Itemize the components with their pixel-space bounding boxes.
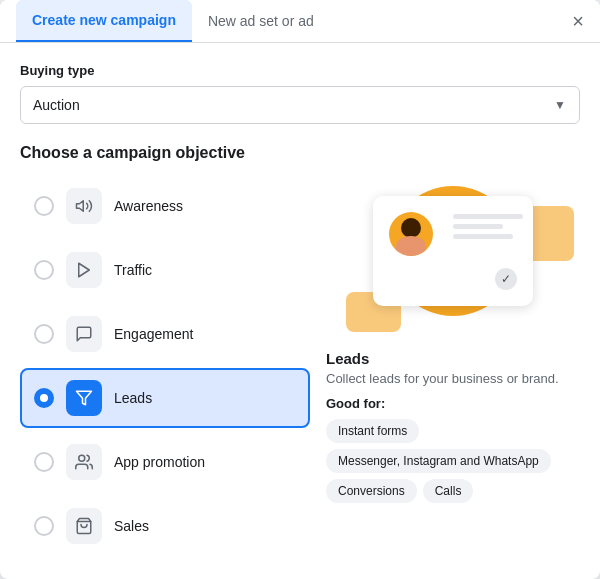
illus-line-3 [453, 234, 513, 239]
svg-marker-0 [77, 201, 84, 212]
radio-sales [34, 516, 54, 536]
sales-icon [66, 508, 102, 544]
tab-new-ad-set[interactable]: New ad set or ad [192, 1, 330, 41]
illus-line-2 [453, 224, 503, 229]
radio-engagement [34, 324, 54, 344]
good-for-tag: Conversions [326, 479, 417, 503]
illus-avatar [389, 212, 433, 256]
buying-type-label: Buying type [20, 63, 580, 78]
detail-description: Collect leads for your business or brand… [326, 371, 580, 386]
app-promotion-label: App promotion [114, 454, 205, 470]
objective-item-sales[interactable]: Sales [20, 496, 310, 556]
objective-item-leads[interactable]: Leads [20, 368, 310, 428]
radio-leads-inner [40, 394, 48, 402]
svg-marker-1 [77, 391, 92, 405]
tab-create-campaign[interactable]: Create new campaign [16, 0, 192, 42]
illus-card: ✓ [373, 196, 533, 306]
buying-type-select[interactable]: Auction Reach and frequency TRP buying [20, 86, 580, 124]
awareness-icon [66, 188, 102, 224]
tags-container: Instant formsMessenger, Instagram and Wh… [326, 419, 580, 503]
svg-point-2 [79, 455, 85, 461]
modal-header: Create new campaign New ad set or ad × [0, 0, 600, 43]
awareness-label: Awareness [114, 198, 183, 214]
engagement-icon [66, 316, 102, 352]
good-for-tag: Calls [423, 479, 474, 503]
traffic-icon [66, 252, 102, 288]
engagement-label: Engagement [114, 326, 193, 342]
good-for-tag: Instant forms [326, 419, 419, 443]
objective-item-traffic[interactable]: Traffic [20, 240, 310, 300]
good-for-tag: Messenger, Instagram and WhatsApp [326, 449, 551, 473]
leads-icon [66, 380, 102, 416]
leads-illustration: ✓ [326, 176, 580, 336]
detail-heading: Leads [326, 350, 580, 367]
objective-content: Awareness Traffic [20, 176, 580, 556]
objective-item-app-promotion[interactable]: App promotion [20, 432, 310, 492]
leads-label: Leads [114, 390, 152, 406]
radio-leads [34, 388, 54, 408]
good-for-label: Good for: [326, 396, 580, 411]
modal-body: Buying type Auction Reach and frequency … [0, 43, 600, 579]
objective-item-awareness[interactable]: Awareness [20, 176, 310, 236]
app-promotion-icon [66, 444, 102, 480]
objective-list: Awareness Traffic [20, 176, 310, 556]
modal: Create new campaign New ad set or ad × B… [0, 0, 600, 579]
radio-app-promotion [34, 452, 54, 472]
radio-awareness [34, 196, 54, 216]
traffic-label: Traffic [114, 262, 152, 278]
illus-line-1 [453, 214, 523, 219]
objective-item-engagement[interactable]: Engagement [20, 304, 310, 364]
detail-panel: ✓ Leads Collect leads for your business … [326, 176, 580, 556]
illus-checkmark-icon: ✓ [495, 268, 517, 290]
close-button[interactable]: × [572, 11, 584, 31]
sales-label: Sales [114, 518, 149, 534]
objective-title: Choose a campaign objective [20, 144, 580, 162]
illus-avatar-body [396, 236, 426, 256]
illus-lines [453, 214, 523, 239]
buying-type-select-wrapper: Auction Reach and frequency TRP buying ▼ [20, 86, 580, 124]
illus-avatar-head [401, 218, 421, 238]
radio-traffic [34, 260, 54, 280]
